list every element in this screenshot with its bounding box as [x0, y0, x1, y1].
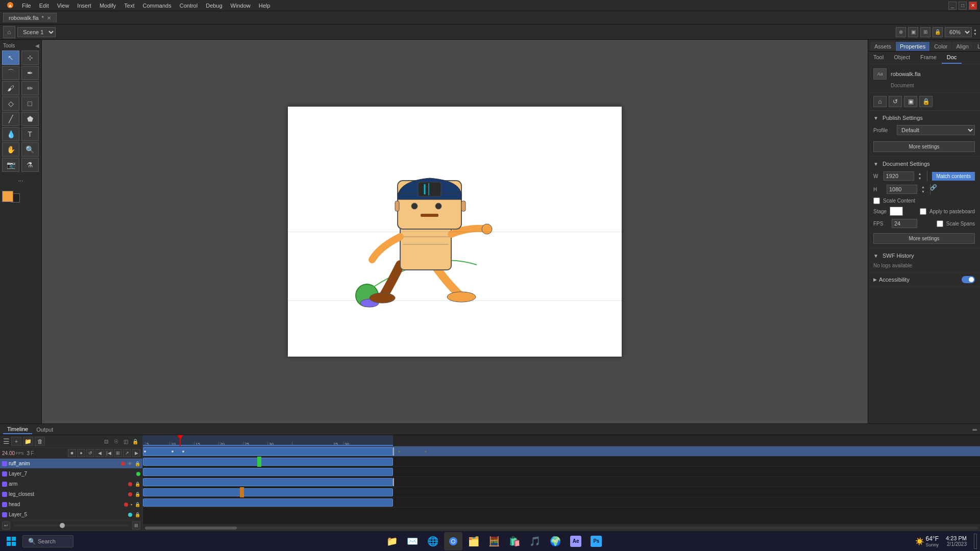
taskbar-app-store[interactable]: 🛍️ — [505, 532, 524, 550]
delete-layer-btn[interactable]: 🗑 — [35, 437, 45, 446]
step-back-btn[interactable]: |◀ — [105, 449, 113, 457]
layer-vis-ruff[interactable]: 👁 — [128, 461, 132, 466]
menu-edit[interactable]: Edit — [36, 2, 53, 10]
subtab-doc[interactable]: Doc — [942, 52, 962, 64]
height-input[interactable] — [887, 185, 917, 194]
datetime[interactable]: 4:23 PM 2/1/2023 — [946, 535, 967, 547]
loop-btn[interactable]: ↺ — [86, 449, 94, 457]
menu-text[interactable]: Text — [120, 2, 138, 10]
tab-color[interactable]: Color — [930, 42, 951, 51]
layer-row-layer7[interactable]: Layer_7 — [0, 469, 142, 479]
taskbar-app-mail[interactable]: ✉️ — [403, 532, 422, 550]
tool-paint-bucket[interactable]: ⬟ — [21, 112, 39, 126]
scroll-thumb[interactable] — [145, 527, 237, 530]
playhead[interactable] — [180, 435, 181, 446]
icon-btn-home[interactable]: ⌂ — [873, 96, 887, 107]
zoom-thumb[interactable] — [60, 523, 65, 528]
tab-library[interactable]: Library — [973, 42, 980, 51]
subtab-object[interactable]: Object — [889, 52, 915, 64]
accessibility-toggle[interactable] — [962, 276, 975, 283]
menu-help[interactable]: Help — [255, 2, 274, 10]
zoom-slider[interactable] — [13, 524, 129, 527]
prev-keyframe-btn[interactable]: ◀ — [95, 449, 104, 457]
taskbar-app-edge[interactable]: 🌐 — [424, 532, 442, 550]
tool-grab[interactable]: ✋ — [2, 142, 19, 157]
tool-shape[interactable]: ◇ — [2, 96, 19, 111]
menu-window[interactable]: Window — [227, 2, 254, 10]
onion-skin-btn[interactable]: ☉ — [112, 437, 120, 445]
file-tab[interactable]: robowalk.fla * ✕ — [3, 13, 57, 22]
layer-lock-ruff[interactable]: 🔒 — [135, 461, 140, 466]
track-ruff-anim[interactable] — [143, 446, 980, 457]
layer-lock-head[interactable]: 🔒 — [135, 502, 140, 507]
clip-btn[interactable]: ▣ — [908, 27, 918, 37]
layer-row-ruff-anim[interactable]: ruff_anim 👁 🔒 — [0, 459, 142, 469]
record-btn[interactable]: ● — [77, 449, 85, 457]
tools-collapse[interactable]: ◀ — [35, 43, 39, 48]
tool-text[interactable]: T — [21, 127, 39, 141]
color-swatch-fg[interactable] — [2, 191, 13, 202]
menu-animate[interactable]: A — [3, 1, 17, 11]
width-down[interactable]: ▼ — [918, 176, 922, 181]
doc-more-settings-btn[interactable]: More settings — [873, 233, 975, 244]
timeline-close[interactable]: ═ — [972, 426, 977, 433]
window-max[interactable]: □ — [959, 2, 967, 10]
show-desktop-btn[interactable] — [974, 534, 977, 549]
add-layer-btn[interactable]: + — [11, 437, 21, 446]
width-up[interactable]: ▲ — [918, 171, 922, 176]
stage-color-swatch[interactable] — [890, 207, 903, 216]
frame-size-btn[interactable]: ◫ — [121, 437, 130, 445]
taskbar-app-chrome[interactable] — [444, 532, 462, 550]
view-btn[interactable]: ⊞ — [920, 27, 930, 37]
zoom-select[interactable]: 60% — [945, 27, 972, 37]
menu-debug[interactable]: Debug — [202, 2, 226, 10]
tool-brush[interactable]: 🖌 — [2, 81, 19, 95]
swf-history-header[interactable]: ▼ SWF History — [873, 253, 975, 259]
menu-view[interactable]: View — [54, 2, 73, 10]
canvas-area[interactable] — [42, 40, 868, 423]
scale-content-checkbox[interactable] — [873, 197, 880, 204]
layer-lock-5[interactable]: 🔒 — [135, 512, 140, 517]
home-btn[interactable]: ⌂ — [3, 26, 15, 38]
menu-commands[interactable]: Commands — [139, 2, 175, 10]
layer-row-layer5[interactable]: Layer_5 🔒 — [0, 510, 142, 520]
tool-select[interactable]: ↖ — [2, 51, 19, 65]
subtab-tool[interactable]: Tool — [868, 52, 889, 64]
more-tools-btn[interactable]: ··· — [2, 175, 39, 186]
snap-btn[interactable]: ⊕ — [896, 27, 906, 37]
track-layer7[interactable] — [143, 457, 980, 467]
layer-lock-arm[interactable]: 🔒 — [135, 482, 140, 487]
layer-row-leg-closest[interactable]: leg_closest 🔒 — [0, 489, 142, 499]
tab-assets[interactable]: Assets — [870, 42, 895, 51]
match-contents-btn[interactable]: Match contents — [932, 172, 975, 181]
tab-close[interactable]: ✕ — [47, 15, 51, 21]
tool-lasso[interactable]: ⌒ — [2, 66, 19, 80]
width-input[interactable] — [884, 171, 914, 181]
menu-insert[interactable]: Insert — [74, 2, 95, 10]
height-up[interactable]: ▲ — [921, 185, 925, 189]
weather-info[interactable]: ☀️ 64°F Sunny — [911, 534, 943, 548]
icon-btn-undo[interactable]: ↺ — [889, 96, 902, 107]
taskbar-app-ps[interactable]: Ps — [587, 532, 605, 550]
taskbar-app-browser2[interactable]: 🌍 — [546, 532, 565, 550]
tab-properties[interactable]: Properties — [896, 42, 929, 51]
taskbar-app-files2[interactable]: 🗂️ — [464, 532, 483, 550]
folder-layer-btn[interactable]: 📁 — [23, 437, 33, 446]
taskbar-search-btn[interactable]: 🔍 Search — [22, 535, 74, 547]
tool-dropper[interactable]: 💧 — [2, 127, 19, 141]
layer-lock-leg[interactable]: 🔒 — [135, 492, 140, 497]
start-button[interactable] — [3, 533, 19, 549]
layers-icon[interactable]: ☰ — [3, 437, 10, 445]
frame-dots-btn[interactable]: ⊡ — [102, 437, 110, 445]
lock-view-btn[interactable]: 🔒 — [933, 27, 943, 37]
tool-pencil[interactable]: ✏ — [21, 81, 39, 95]
scale-spans-checkbox[interactable] — [937, 220, 943, 227]
h-scroll[interactable] — [143, 524, 980, 531]
taskbar-app-ae[interactable]: Ae — [567, 532, 585, 550]
track-leg[interactable] — [143, 477, 980, 487]
play-btn[interactable]: ▶ — [132, 449, 140, 457]
document-settings-header[interactable]: ▼ Document Settings — [873, 161, 975, 167]
layer-row-arm[interactable]: arm 🔒 — [0, 479, 142, 489]
icon-btn-grid[interactable]: ▣ — [904, 96, 917, 107]
taskbar-app-explorer[interactable]: 📁 — [383, 532, 401, 550]
